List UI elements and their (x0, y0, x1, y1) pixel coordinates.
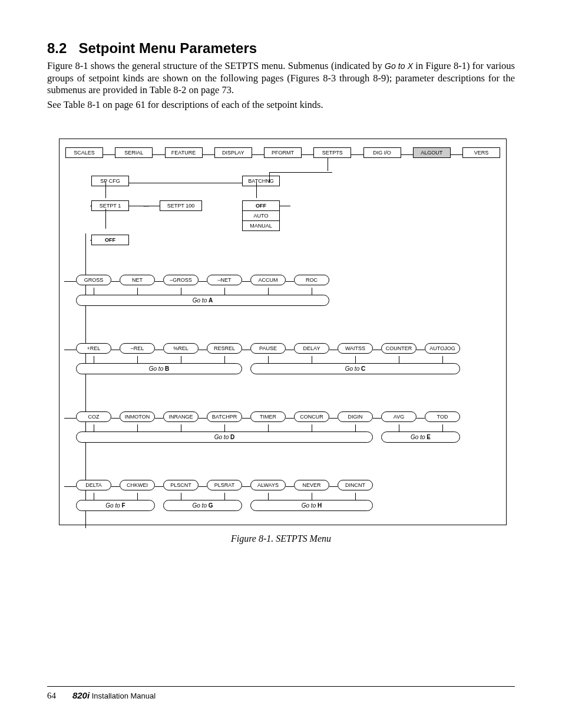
para1-goto: Go to X (385, 61, 413, 71)
node-delay: DELAY (294, 343, 329, 354)
group-bc: +REL–REL%RELRESRELPAUSEDELAYWAITSSCOUNTE… (64, 343, 501, 375)
node-dincnt: DINCNT (338, 480, 373, 490)
node-waitss: WAITSS (338, 343, 373, 354)
goto-c: Go to C (250, 363, 460, 374)
top-menu-feature: FEATURE (165, 147, 203, 158)
top-menu-display: DISPLAY (214, 147, 252, 158)
node-never: NEVER (294, 480, 329, 490)
node-net: NET (120, 275, 155, 285)
para1-a: Figure 8-1 shows the general structure o… (47, 60, 385, 71)
node-accum: ACCUM (250, 275, 286, 285)
paragraph-2: See Table 8-1 on page 61 for description… (47, 99, 515, 111)
node-plsrat: PLSRAT (207, 480, 242, 490)
node-always: ALWAYS (250, 480, 286, 490)
goto-b: Go to B (76, 363, 242, 374)
section-heading: 8.2Setpoint Menu Parameters (47, 40, 515, 57)
node-inmoton: INMOTON (120, 411, 155, 422)
ellipsis: … (143, 202, 149, 208)
goto-a: Go to A (76, 295, 329, 306)
goto-g: Go to G (163, 500, 242, 511)
heading-title: Setpoint Menu Parameters (78, 40, 257, 56)
setpt100-box: SETPT 100 (160, 200, 202, 211)
setpts-menu-diagram: SCALESSERIALFEATUREDISPLAYPFORMTSETPTSDI… (59, 139, 507, 525)
footer-model: 820i (72, 690, 90, 700)
top-menu-algout: ALGOUT (413, 147, 451, 158)
node-tod: TOD (425, 411, 460, 422)
node-rel: –REL (120, 343, 155, 354)
node-timer: TIMER (250, 411, 286, 422)
batchng-auto-box: AUTO (242, 210, 280, 221)
node-autojog: AUTOJOG (425, 343, 460, 354)
figure-caption: Figure 8-1. SETPTS Menu (47, 533, 515, 544)
goto-f: Go to F (76, 500, 155, 511)
top-menu-setpts: SETPTS (313, 147, 351, 158)
batchng-manual-box: MANUAL (242, 220, 280, 231)
node-rel: +REL (76, 343, 111, 354)
node-net: –NET (207, 275, 242, 285)
node-concur: CONCUR (294, 411, 329, 422)
footer-title: Installation Manual (90, 691, 156, 700)
heading-number: 8.2 (47, 40, 67, 56)
node-rel: %REL (163, 343, 199, 354)
page-number: 64 (47, 691, 56, 700)
node-inrange: INRANGE (163, 411, 199, 422)
node-roc: ROC (294, 275, 329, 285)
group-a: GROSSNET–GROSS–NETACCUMROCGo to A (64, 275, 501, 307)
top-menu-vers: VERS (462, 147, 500, 158)
batchng-box: BATCHNG (242, 176, 280, 186)
top-menu-row: SCALESSERIALFEATUREDISPLAYPFORMTSETPTSDI… (64, 147, 501, 162)
top-menu-scales: SCALES (65, 147, 103, 158)
node-resrel: RESREL (207, 343, 242, 354)
node-gross: GROSS (76, 275, 111, 285)
spcfg-box: SP CFG (91, 176, 129, 186)
paragraph-1: Figure 8-1 shows the general structure o… (47, 60, 515, 97)
node-batchpr: BATCHPR (207, 411, 242, 422)
node-digin: DIGIN (338, 411, 373, 422)
group-fgh: DELTACHKWEIPLSCNTPLSRATALWAYSNEVERDINCNT… (64, 480, 501, 512)
page-footer: 64 820i Installation Manual (47, 686, 515, 701)
node-gross: –GROSS (163, 275, 199, 285)
batchng-off-box: OFF (242, 200, 280, 211)
node-coz: COZ (76, 411, 111, 422)
group-de: COZINMOTONINRANGEBATCHPRTIMERCONCURDIGIN… (64, 411, 501, 443)
node-chkwei: CHKWEI (120, 480, 155, 490)
goto-d: Go to D (76, 431, 373, 443)
node-counter: COUNTER (381, 343, 416, 354)
top-menu-digio: DIG I/O (363, 147, 401, 158)
node-plscnt: PLSCNT (163, 480, 199, 490)
node-delta: DELTA (76, 480, 111, 490)
goto-e: Go to E (381, 431, 460, 443)
node-pause: PAUSE (250, 343, 286, 354)
setpt-off-box: OFF (91, 235, 129, 245)
goto-h: Go to H (250, 500, 373, 511)
top-menu-serial: SERIAL (115, 147, 153, 158)
top-menu-pformt: PFORMT (264, 147, 302, 158)
node-avg: AVG (381, 411, 416, 422)
setpt1-box: SETPT 1 (91, 200, 129, 211)
